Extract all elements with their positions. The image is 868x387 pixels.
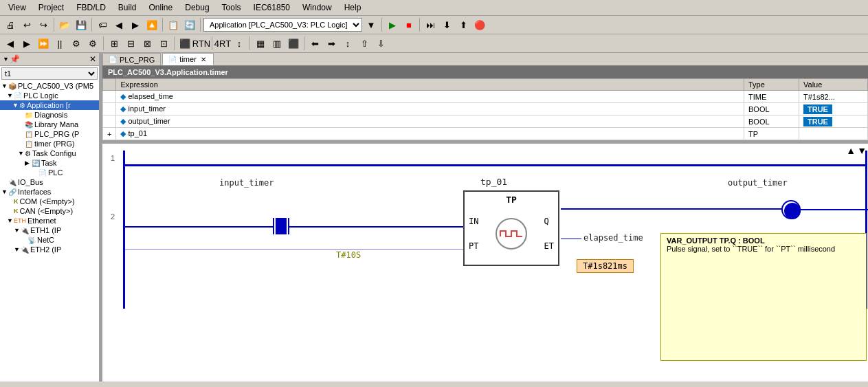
sidebar-close-icon[interactable]: ✕ — [89, 54, 96, 64]
bookmark-button[interactable]: 🏷 — [95, 17, 110, 32]
step-over[interactable]: ⏭ — [423, 17, 438, 32]
tb2-btn16[interactable]: ▥ — [269, 36, 285, 51]
print-button[interactable]: 🖨 — [3, 17, 18, 32]
step-out[interactable]: ⬆ — [456, 17, 471, 32]
iface-icon: 🔗 — [8, 188, 16, 196]
cell-type: TP — [744, 128, 799, 140]
sep4 — [200, 18, 201, 32]
tree-item-application[interactable]: ▼ ⚙ Application [r — [0, 100, 99, 110]
tree-label: PLC Logic — [23, 91, 58, 100]
scroll-down-icon[interactable]: ▼ — [857, 145, 867, 156]
expand-icon: ▼ — [14, 227, 21, 234]
nav-up[interactable]: 🔼 — [144, 17, 159, 32]
output-timer-label: output_timer — [728, 178, 788, 188]
tree-item-task[interactable]: ▶ 🔄 Task — [0, 158, 99, 168]
expr-label: input_timer — [129, 104, 166, 113]
tb2-btn11[interactable]: ⬛ — [177, 36, 192, 51]
wire-contact-block — [288, 226, 467, 228]
sidebar-filter-combo[interactable]: t1 — [1, 67, 98, 80]
stop-button[interactable]: ■ — [401, 17, 416, 32]
tb2-btn13[interactable]: 4RT — [215, 36, 230, 51]
scroll-up-icon[interactable]: ▲ — [846, 145, 856, 156]
tree-item-interfaces[interactable]: ▼ 🔗 Interfaces — [0, 187, 99, 197]
undo-button[interactable]: ↩ — [19, 17, 34, 32]
menu-iec61850[interactable]: IEC61850 — [248, 1, 296, 14]
open-button[interactable]: 📂 — [57, 17, 72, 32]
tb2-btn20[interactable]: ↕ — [340, 36, 355, 51]
sidebar-expand[interactable]: ▼ — [3, 56, 10, 63]
tree-item-library[interactable]: 📚 Library Mana — [0, 120, 99, 129]
menu-project[interactable]: Project — [33, 1, 69, 14]
expand-icon: ▼ — [18, 150, 25, 157]
nav-back[interactable]: ◀ — [111, 17, 126, 32]
toolbar-row1: 🖨 ↩ ↪ 📂 💾 🏷 ◀ ▶ 🔼 📋 🔄 Application [PLC_A… — [0, 16, 868, 34]
tree-item-plcsub[interactable]: 📄 PLC — [0, 168, 99, 177]
tree-item-com[interactable]: K COM (<Empty>) — [0, 197, 99, 206]
tab-timer[interactable]: 📄 timer ✕ — [162, 53, 213, 65]
refresh-button[interactable]: 🔄 — [182, 17, 197, 32]
diagram-scroll[interactable]: 1 2 input_timer — [102, 144, 868, 382]
tb2-btn6[interactable]: ⚙ — [85, 36, 100, 51]
tb2-btn7[interactable]: ⊞ — [107, 36, 122, 51]
tb2-btn21[interactable]: ⇧ — [357, 36, 372, 51]
menu-view[interactable]: View — [3, 1, 32, 14]
redo-button[interactable]: ↪ — [36, 17, 51, 32]
tb2-btn8[interactable]: ⊟ — [123, 36, 138, 51]
nav-forward[interactable]: ▶ — [128, 17, 143, 32]
cell-expr: ◆ output_timer — [116, 115, 744, 128]
step-into[interactable]: ⬇ — [439, 17, 454, 32]
menu-bar: View Project FBD/LD Build Online Debug T… — [0, 0, 868, 16]
tb2-btn17[interactable]: ⬛ — [286, 36, 301, 51]
expand-icon: ▼ — [12, 102, 19, 109]
tree-item-plc-logic[interactable]: ▼ 📄 PLC Logic — [0, 91, 99, 100]
cell-value: TRUE — [799, 103, 868, 115]
tb2-btn12[interactable]: RTN — [194, 36, 209, 51]
tb2-btn14[interactable]: ↕ — [232, 36, 247, 51]
tree-item-taskconfig[interactable]: ▼ ⚙ Task Configu — [0, 148, 99, 158]
tb2-btn2[interactable]: ▶ — [19, 36, 34, 51]
tb2-btn18[interactable]: ⬅ — [307, 36, 322, 51]
bp-toggle[interactable]: 🔴 — [472, 17, 487, 32]
menu-online[interactable]: Online — [144, 1, 179, 14]
tb2-btn10[interactable]: ⊡ — [156, 36, 171, 51]
wire-q-out — [561, 208, 788, 210]
tb2-btn19[interactable]: ➡ — [324, 36, 339, 51]
tree-item-eth2[interactable]: ▼ 🔌 ETH2 (IP — [0, 245, 99, 254]
tb2-btn5[interactable]: ⚙ — [69, 36, 84, 51]
menu-build[interactable]: Build — [113, 1, 142, 14]
tab-timer-close[interactable]: ✕ — [199, 56, 208, 63]
tb2-btn1[interactable]: ◀ — [3, 36, 18, 51]
application-combo[interactable]: Application [PLC_AC500_V3: PLC Logic] — [203, 18, 362, 32]
tb2-btn3[interactable]: ⏩ — [36, 36, 51, 51]
tb2-btn15[interactable]: ▦ — [253, 36, 268, 51]
tree-item-can[interactable]: K CAN (<Empty>) — [0, 206, 99, 216]
menu-help[interactable]: Help — [339, 1, 367, 14]
tree-item-plc-ac500[interactable]: ▼ 📦 PLC_AC500_V3 (PM5 — [0, 81, 99, 91]
save-button[interactable]: 💾 — [74, 17, 89, 32]
tree-label: timer (PRG) — [34, 140, 75, 148]
sidebar-tree: ▼ 📦 PLC_AC500_V3 (PM5 ▼ 📄 PLC Logic ▼ ⚙ … — [0, 81, 99, 382]
run-button[interactable]: ▶ — [385, 17, 400, 32]
pt-pin-label: PT — [469, 241, 478, 251]
tb2-btn22[interactable]: ⇩ — [373, 36, 388, 51]
tree-item-timer[interactable]: 📋 timer (PRG) — [0, 139, 99, 148]
menu-window[interactable]: Window — [297, 1, 337, 14]
tab-plcprg-icon: 📄 — [109, 56, 117, 63]
tree-item-iobus[interactable]: 🔌 IO_Bus — [0, 177, 99, 187]
tree-item-netc[interactable]: 📡 NetC — [0, 235, 99, 245]
tab-plc-prg[interactable]: 📄 PLC_PRG — [102, 53, 161, 65]
tree-item-diagnosis[interactable]: 📁 Diagnosis — [0, 110, 99, 120]
menu-tools[interactable]: Tools — [216, 1, 247, 14]
menu-fbdld[interactable]: FBD/LD — [71, 1, 111, 14]
tb2-btn9[interactable]: ⊠ — [140, 36, 155, 51]
tree-item-ethernet[interactable]: ▼ ETH Ethernet — [0, 216, 99, 225]
tree-item-eth1[interactable]: ▼ 🔌 ETH1 (IP — [0, 225, 99, 235]
copy-button[interactable]: 📋 — [166, 17, 181, 32]
menu-debug[interactable]: Debug — [179, 1, 214, 14]
cell-expand[interactable]: + — [103, 128, 116, 140]
dropdown-btn[interactable]: ▼ — [364, 17, 379, 32]
sep11 — [304, 36, 304, 50]
tree-item-plcprg[interactable]: 📋 PLC_PRG (P — [0, 129, 99, 139]
sep8 — [174, 36, 175, 50]
tb2-btn4[interactable]: || — [52, 36, 67, 51]
